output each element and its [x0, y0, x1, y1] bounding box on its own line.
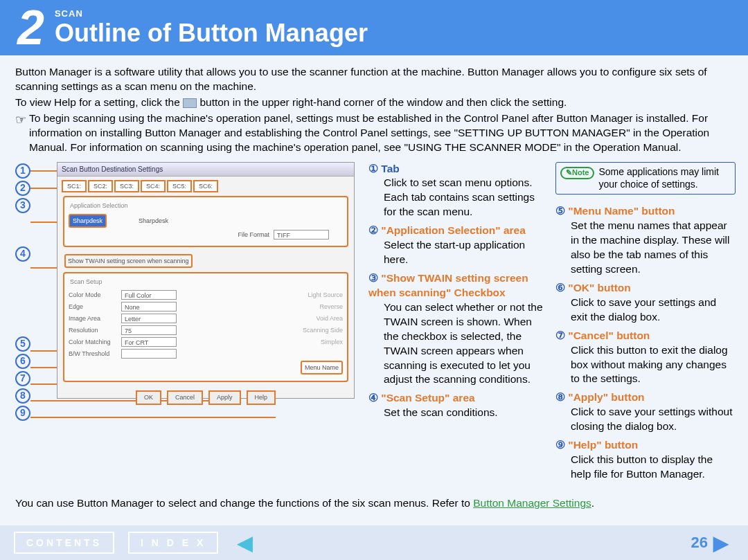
- field-label: Image Area: [69, 314, 117, 323]
- menu-name-button[interactable]: Menu Name: [301, 361, 343, 374]
- field-dropdown[interactable]: 75: [121, 325, 177, 335]
- side-label: Scanning Side: [303, 326, 343, 334]
- dialog-buttons: OKCancelApplyHelp: [57, 386, 354, 411]
- header-kicker: SCAN: [55, 8, 368, 19]
- field-label: Color Matching: [69, 338, 117, 346]
- field-dropdown[interactable]: Letter: [121, 314, 177, 323]
- dialog-button-help[interactable]: Help: [247, 390, 276, 404]
- dialog-tab[interactable]: SC3:: [114, 180, 139, 192]
- def-title: ⑨ "Help" button: [555, 438, 736, 453]
- def-title: ② "Application Selection" area: [368, 224, 549, 238]
- screenshot-column: 123456789 Scan Button Destination Settin…: [15, 162, 368, 486]
- note-badge: ✎Note: [560, 167, 594, 179]
- twain-checkbox[interactable]: Show TWAIN setting screen when scanning: [64, 254, 193, 268]
- next-page-arrow[interactable]: ▶: [713, 532, 729, 554]
- field-dropdown[interactable]: [121, 349, 177, 359]
- note-text: Some applications may limit your choice …: [598, 165, 731, 192]
- side-label: Reverse: [319, 302, 343, 311]
- help-icon: [183, 98, 197, 108]
- prev-page-arrow[interactable]: ◀: [238, 532, 253, 554]
- def-title: ④ "Scan Setup" area: [368, 391, 549, 406]
- def-title: ⑥ "OK" button: [555, 281, 736, 296]
- definitions-right: ⑤ "Menu Name" buttonSet the menu names t…: [555, 204, 736, 482]
- def-body: Set the menu names that appear in the ma…: [555, 219, 736, 277]
- callout-5: 5: [15, 336, 30, 352]
- callout-4: 4: [15, 246, 30, 262]
- callout-3: 3: [15, 198, 30, 213]
- dialog-tab[interactable]: SC4:: [141, 180, 166, 192]
- app-label: Sharpdesk: [139, 217, 168, 225]
- intro-p1: Button Manager is a software utility tha…: [15, 65, 733, 94]
- dialog-tab[interactable]: SC6:: [193, 180, 218, 192]
- side-label: Void Area: [316, 314, 343, 323]
- def-title: ⑤ "Menu Name" button: [555, 204, 736, 219]
- index-button[interactable]: I N D E X: [128, 532, 218, 554]
- note-box: ✎Note Some applications may limit your c…: [555, 162, 736, 195]
- dialog-tab[interactable]: SC5:: [167, 180, 192, 192]
- callout-2: 2: [15, 181, 30, 196]
- def-title: ① Tab: [368, 162, 549, 177]
- scan-setup-title: Scan Setup: [69, 278, 343, 288]
- field-label: B/W Threshold: [69, 350, 117, 358]
- dialog-tab[interactable]: SC2:: [88, 180, 113, 192]
- contents-button[interactable]: CONTENTS: [14, 532, 114, 554]
- def-body: Click this button to exit the dialog box…: [555, 343, 736, 387]
- intro-p2b: button in the upper right-hand corner of…: [199, 96, 567, 108]
- intro-p3-wrap: ☞ To begin scanning using the machine's …: [15, 111, 733, 156]
- dialog-screenshot: Scan Button Destination Settings SC1:SC2…: [57, 162, 355, 399]
- callout-8: 8: [15, 388, 30, 404]
- page-number: 26: [691, 534, 708, 552]
- def-body: Set the scan conditions.: [368, 406, 549, 420]
- callout-9: 9: [15, 406, 30, 421]
- file-format-dropdown[interactable]: TIFF: [274, 230, 329, 240]
- def-body: You can select whether or not the TWAIN …: [368, 300, 549, 388]
- pointing-hand-icon: ☞: [15, 111, 26, 156]
- def-body: Click to save your settings without clos…: [555, 405, 736, 434]
- field-label: Edge: [69, 302, 117, 311]
- app-dropdown[interactable]: Sharpdesk: [69, 214, 107, 228]
- side-label: Simplex: [321, 338, 343, 346]
- note-badge-text: Note: [572, 168, 589, 178]
- callout-6: 6: [15, 354, 30, 369]
- intro-p3: To begin scanning using the machine's op…: [29, 111, 733, 155]
- side-label: Light Source: [308, 291, 343, 299]
- def-title: ③ "Show TWAIN setting screen when scanni…: [368, 271, 549, 300]
- field-dropdown[interactable]: None: [121, 302, 177, 311]
- bm-settings-link[interactable]: Button Manager Settings: [473, 497, 591, 509]
- field-label: Resolution: [69, 326, 117, 334]
- header-title: Outline of Button Manager: [55, 19, 368, 48]
- dialog-button-ok[interactable]: OK: [136, 390, 161, 404]
- def-title: ⑧ "Apply" button: [555, 390, 736, 405]
- intro-p2a: To view Help for a setting, click the: [15, 96, 183, 108]
- def-title: ⑦ "Cancel" button: [555, 329, 736, 343]
- dialog-button-apply[interactable]: Apply: [208, 390, 241, 404]
- closing-pre: You can use Button Manager to select and…: [15, 497, 473, 509]
- dialog-tabs: SC1:SC2:SC3:SC4:SC5:SC6:: [57, 177, 354, 196]
- intro-p2: To view Help for a setting, click the bu…: [15, 96, 733, 110]
- dialog-tab[interactable]: SC1:: [62, 180, 87, 192]
- field-dropdown[interactable]: Full Color: [121, 290, 177, 300]
- callout-line: [30, 417, 276, 418]
- app-sel-title: Application Selection: [69, 201, 343, 212]
- field-label: Color Mode: [69, 291, 117, 299]
- dialog-button-cancel[interactable]: Cancel: [167, 390, 203, 404]
- callout-7: 7: [15, 371, 30, 386]
- def-body: Click to set scan menu options. Each tab…: [368, 176, 549, 219]
- page-header: 2 SCAN Outline of Button Manager: [0, 0, 748, 55]
- def-body: Click to save your settings and exit the…: [555, 296, 736, 325]
- field-dropdown[interactable]: For CRT: [121, 337, 177, 347]
- page-footer: CONTENTS I N D E X ◀ 26 ▶: [0, 525, 748, 560]
- def-body: Select the start-up application here.: [368, 238, 549, 267]
- closing-line: You can use Button Manager to select and…: [15, 497, 594, 509]
- header-text: SCAN Outline of Button Manager: [55, 8, 368, 48]
- dialog-titlebar: Scan Button Destination Settings: [57, 163, 354, 177]
- definitions-mid: ① TabClick to set scan menu options. Eac…: [368, 162, 555, 486]
- file-format-label: File Format: [238, 231, 269, 239]
- closing-post: .: [591, 497, 594, 509]
- callout-1: 1: [15, 163, 30, 179]
- right-column: ✎Note Some applications may limit your c…: [555, 162, 736, 486]
- section-number: 2: [0, 0, 55, 55]
- def-body: Click this button to display the help fi…: [555, 453, 736, 482]
